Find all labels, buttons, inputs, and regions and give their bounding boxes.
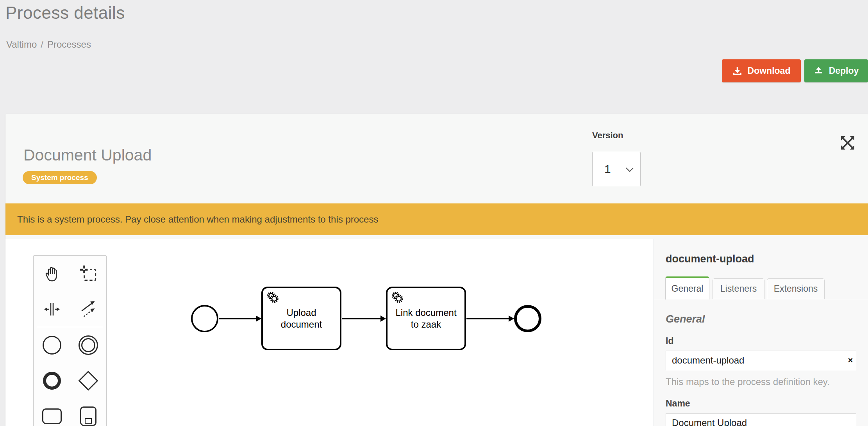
tab-listeners[interactable]: Listeners — [713, 278, 764, 299]
create-start-event[interactable] — [34, 327, 70, 363]
tab-extensions[interactable]: Extensions — [767, 278, 825, 299]
create-subprocess[interactable] — [70, 398, 106, 426]
chevron-down-icon — [625, 167, 634, 172]
clear-input-icon[interactable]: × — [845, 355, 856, 366]
lasso-icon — [79, 265, 97, 283]
download-button-label: Download — [748, 66, 791, 76]
start-event-icon — [43, 336, 61, 355]
tab-general[interactable]: General — [665, 276, 709, 299]
task-label: Link document — [395, 307, 456, 319]
start-event[interactable] — [191, 305, 218, 332]
properties-panel: document-upload General Listeners Extens… — [654, 239, 868, 426]
service-task-gear-icon — [266, 291, 281, 308]
end-event-icon — [43, 372, 61, 390]
hand-icon — [43, 265, 61, 282]
create-intermediate-event[interactable] — [70, 327, 106, 363]
id-input[interactable] — [666, 351, 856, 370]
upload-icon — [814, 66, 823, 76]
fullscreen-toggle-button[interactable] — [839, 134, 856, 152]
warning-text: This is a system process. Pay close atte… — [17, 214, 378, 225]
subprocess-icon — [80, 406, 96, 426]
expand-arrows-icon — [839, 134, 856, 152]
create-task[interactable] — [34, 398, 70, 426]
lasso-tool[interactable] — [70, 256, 106, 291]
gateway-icon — [78, 371, 98, 390]
version-selected-value: 1 — [604, 162, 611, 176]
page-title: Process details — [5, 3, 125, 23]
hand-tool[interactable] — [34, 256, 70, 291]
task-icon — [42, 408, 62, 424]
bpmn-palette — [33, 255, 107, 426]
task-label: to zaak — [411, 319, 441, 330]
intermediate-event-icon — [79, 335, 98, 355]
breadcrumb-valtimo[interactable]: Valtimo — [6, 39, 37, 50]
breadcrumb-processes[interactable]: Processes — [47, 39, 91, 50]
breadcrumb-separator: / — [41, 39, 43, 50]
task-label: document — [281, 319, 322, 330]
version-label: Version — [592, 130, 623, 141]
deploy-button-label: Deploy — [829, 66, 859, 76]
name-input[interactable] — [666, 413, 856, 426]
service-task-link-document-to-zaak[interactable]: Link document to zaak — [386, 287, 466, 350]
end-event[interactable] — [514, 305, 541, 332]
system-process-warning-banner: This is a system process. Pay close atte… — [5, 203, 868, 235]
general-section-heading: General — [666, 313, 705, 325]
process-name: Document Upload — [23, 146, 152, 164]
system-process-badge: System process — [23, 171, 97, 184]
space-tool[interactable] — [34, 291, 70, 327]
download-button[interactable]: Download — [722, 59, 801, 82]
space-tool-icon — [43, 301, 61, 318]
service-task-gear-icon — [390, 291, 406, 308]
id-field-label: Id — [666, 336, 673, 346]
connect-icon — [79, 300, 97, 318]
name-field-label: Name — [666, 398, 690, 409]
process-card: Document Upload System process Version 1… — [5, 114, 868, 426]
breadcrumb: Valtimo/Processes — [6, 39, 91, 50]
create-gateway[interactable] — [70, 363, 106, 398]
process-details-page: Process details Valtimo/Processes Downlo… — [0, 0, 868, 426]
task-label: Upload — [286, 307, 316, 319]
bpmn-canvas[interactable]: Upload document Link document to zaak — [5, 239, 654, 426]
properties-panel-heading: document-upload — [666, 253, 754, 265]
download-icon — [732, 66, 742, 76]
id-field-help: This maps to the process definition key. — [666, 376, 830, 387]
global-connect-tool[interactable] — [70, 291, 106, 327]
create-end-event[interactable] — [34, 363, 70, 398]
service-task-upload-document[interactable]: Upload document — [261, 287, 341, 350]
deploy-button[interactable]: Deploy — [804, 59, 868, 82]
version-select[interactable]: 1 — [592, 152, 641, 186]
